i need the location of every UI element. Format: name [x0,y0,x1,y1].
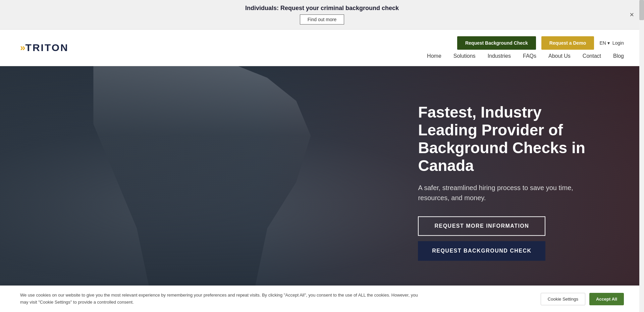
hero-heading: Fastest, Industry Leading Provider of Ba… [418,103,592,175]
nav-contact[interactable]: Contact [583,53,601,59]
request-more-info-button[interactable]: REQUEST MORE INFORMATION [418,216,545,236]
cookie-buttons: Cookie Settings Accept All [541,293,624,298]
logo-arrows-icon: » [20,42,24,53]
accept-all-button[interactable]: Accept All [589,293,624,298]
request-background-check-hero-button[interactable]: REQUEST BACKGROUND CHECK [418,241,545,261]
header: » TRITON Request Background Check Reques… [0,30,644,66]
banner-close-button[interactable]: × [630,11,634,18]
cookie-settings-button[interactable]: Cookie Settings [541,293,585,298]
nav-blog[interactable]: Blog [613,53,624,59]
logo[interactable]: » TRITON [20,42,69,53]
nav-industries[interactable]: Industries [488,53,511,59]
login-link[interactable]: Login [612,40,624,46]
nav-solutions[interactable]: Solutions [453,53,476,59]
hero-content: Fastest, Industry Leading Provider of Ba… [418,103,592,261]
nav-faqs[interactable]: FAQs [523,53,536,59]
top-banner: Individuals: Request your criminal backg… [0,0,644,30]
scrollbar-thumb[interactable] [639,0,644,20]
banner-text: Individuals: Request your criminal backg… [7,5,637,12]
cookie-banner: We use cookies on our website to give yo… [0,285,644,298]
main-navigation: Home Solutions Industries FAQs About Us … [427,53,624,59]
find-out-more-button[interactable]: Find out more [300,14,344,25]
hero-section: Fastest, Industry Leading Provider of Ba… [0,66,644,298]
header-top-row: Request Background Check Request a Demo … [457,36,624,50]
header-right: Request Background Check Request a Demo … [427,36,624,59]
request-demo-button[interactable]: Request a Demo [541,36,594,50]
logo-text: TRITON [25,42,69,53]
request-background-check-button[interactable]: Request Background Check [457,36,536,50]
hero-subtext: A safer, streamlined hiring process to s… [418,183,592,203]
cookie-text: We use cookies on our website to give yo… [20,292,423,298]
lang-login-area: EN ▾ Login [599,40,624,46]
nav-about-us[interactable]: About Us [548,53,571,59]
language-selector[interactable]: EN ▾ [599,40,609,46]
nav-home[interactable]: Home [427,53,441,59]
scrollbar[interactable] [639,0,644,298]
